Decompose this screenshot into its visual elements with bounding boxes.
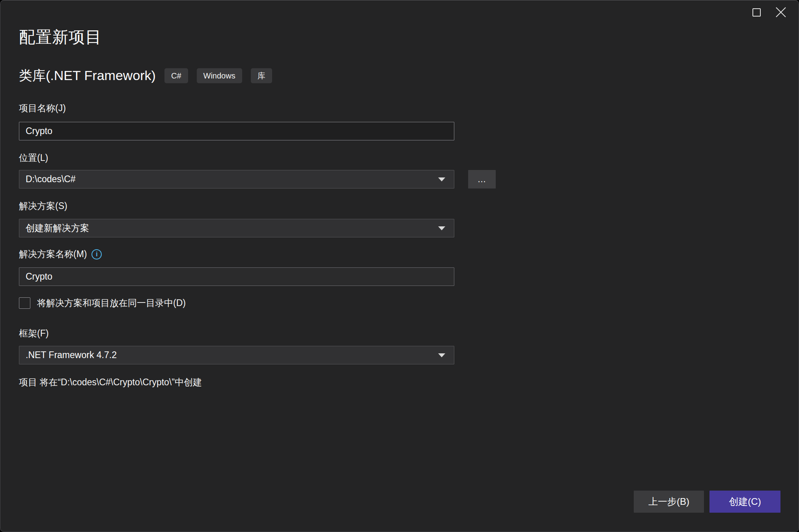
close-button[interactable] [769, 2, 793, 22]
tag-platform: Windows [197, 68, 242, 83]
framework-value: .NET Framework 4.7.2 [26, 350, 438, 360]
browse-location-button[interactable]: … [468, 170, 496, 189]
page-title: 配置新项目 [19, 26, 102, 48]
maximize-icon [752, 8, 761, 17]
info-icon[interactable]: i [91, 249, 102, 259]
create-button[interactable]: 创建(C) [709, 491, 780, 513]
location-label: 位置(L) [19, 152, 48, 164]
solution-name-label-row: 解决方案名称(M) i [19, 248, 102, 260]
tag-type: 库 [251, 68, 272, 83]
titlebar-controls [744, 0, 793, 24]
back-button[interactable]: 上一步(B) [634, 491, 704, 513]
location-value: D:\codes\C# [26, 174, 438, 185]
tag-language: C# [164, 68, 188, 83]
same-directory-checkbox[interactable] [19, 297, 30, 309]
configure-new-project-dialog: 配置新项目 类库(.NET Framework) C# Windows 库 项目… [0, 0, 799, 532]
framework-combobox[interactable]: .NET Framework 4.7.2 [19, 346, 454, 364]
create-path-text: 项目 将在“D:\codes\C#\Crypto\Crypto\”中创建 [19, 376, 202, 388]
solution-name-input[interactable] [19, 267, 454, 286]
same-directory-row: 将解决方案和项目放在同一目录中(D) [19, 297, 186, 309]
framework-label: 框架(F) [19, 327, 49, 340]
solution-combobox[interactable]: 创建新解决方案 [19, 219, 454, 237]
location-combobox[interactable]: D:\codes\C# [19, 170, 454, 189]
project-name-label: 项目名称(J) [19, 102, 66, 114]
project-name-input[interactable] [19, 122, 454, 140]
solution-value: 创建新解决方案 [26, 222, 438, 234]
solution-label: 解决方案(S) [19, 200, 67, 212]
chevron-down-icon [438, 353, 445, 357]
template-header: 类库(.NET Framework) C# Windows 库 [19, 67, 272, 85]
template-tag-list: C# Windows 库 [164, 68, 272, 83]
same-directory-label: 将解决方案和项目放在同一目录中(D) [37, 297, 186, 309]
chevron-down-icon [438, 226, 445, 230]
template-name: 类库(.NET Framework) [19, 67, 156, 85]
solution-name-label: 解决方案名称(M) [19, 248, 87, 260]
close-icon [775, 7, 786, 18]
chevron-down-icon [438, 177, 445, 181]
maximize-button[interactable] [744, 2, 769, 22]
